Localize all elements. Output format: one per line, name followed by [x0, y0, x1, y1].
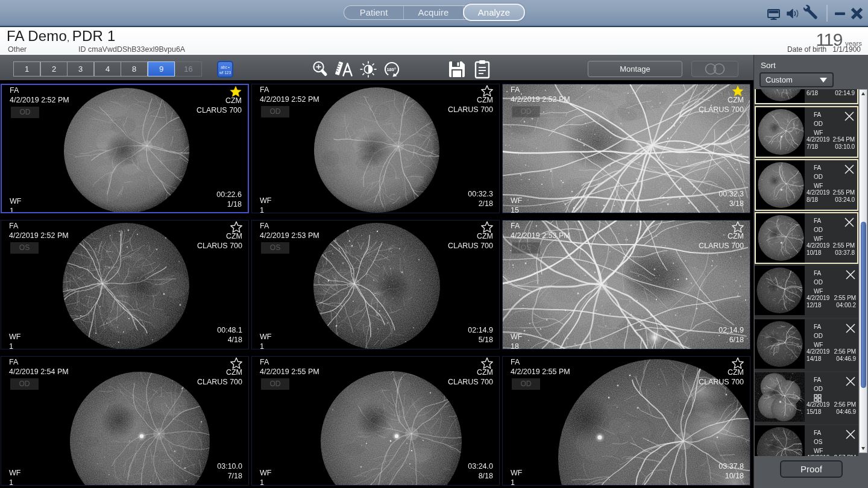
- svg-text:180°: 180°: [386, 67, 396, 72]
